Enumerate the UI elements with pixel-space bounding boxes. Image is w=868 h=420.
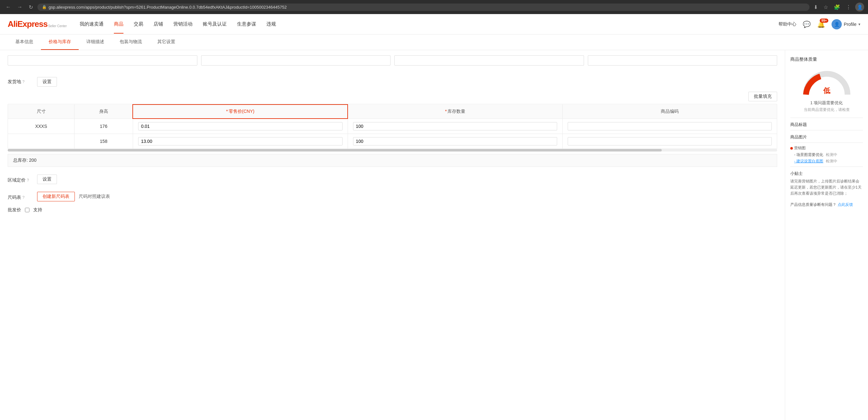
- required-star-price: *: [226, 109, 228, 114]
- scene-image-item: - 场景图需要优化 检测中: [794, 152, 863, 158]
- price-input-1[interactable]: [138, 122, 343, 130]
- table-header-row: 尺寸 身高 *零售价(CNY) *库存数量 商品编码: [8, 104, 777, 119]
- browser-chrome: ← → ↻ 🔒 gsp.aliexpress.com/apps/product/…: [0, 0, 868, 14]
- forward-button[interactable]: →: [16, 3, 24, 10]
- cell-stock-1: [348, 119, 563, 134]
- download-icon[interactable]: ⬇: [812, 3, 819, 11]
- star-icon[interactable]: ☆: [822, 3, 830, 11]
- logo-text: AliExpress: [8, 19, 47, 29]
- region-pricing-set-button[interactable]: 设置: [37, 174, 57, 184]
- lock-icon: 🔒: [42, 5, 47, 9]
- batch-fill-button[interactable]: 批量填充: [748, 92, 777, 101]
- batch-fill-area: 批量填充: [0, 92, 785, 101]
- total-stock-row: 总库存: 200: [8, 154, 777, 167]
- marketing-image-item: 营销图: [790, 146, 863, 151]
- region-pricing-row: 区域定价 ? 设置: [0, 169, 785, 189]
- nav-item-analytics[interactable]: 生意参谋: [237, 15, 256, 34]
- nav-item-trade[interactable]: 交易: [134, 15, 143, 34]
- divider-1: [790, 118, 863, 118]
- tips-text: 请完善营销图片，上传图片后诊断结果会延迟更新，若您已更新图片，请在至少1天后再次…: [790, 179, 863, 197]
- tab-other-settings[interactable]: 其它设置: [150, 34, 183, 50]
- cell-price-2: [133, 134, 348, 149]
- divider-4: [790, 166, 863, 167]
- white-bg-item: - 建议设置白底图 检测中: [794, 159, 863, 164]
- logo-sub: Seller Center: [48, 24, 66, 28]
- stock-input-2[interactable]: [353, 137, 557, 146]
- size-chart-row: 尺码表 ? 创建新尺码表 尺码对照建议表: [0, 189, 785, 204]
- size-ref-link[interactable]: 尺码对照建议表: [79, 194, 110, 199]
- nav-item-product[interactable]: 商品: [114, 15, 123, 34]
- required-star-stock: *: [445, 109, 446, 114]
- price-stock-table: 尺寸 身高 *零售价(CNY) *库存数量 商品编码 XXXS: [8, 104, 777, 149]
- quality-status: 1 项问题需要优化: [790, 100, 863, 106]
- chat-icon[interactable]: 💬: [803, 21, 811, 28]
- main-content: 发货地 ? 设置 批量填充 尺寸 身高 *零售价(CNY): [0, 50, 868, 420]
- wholesale-label: 批发价: [8, 207, 21, 213]
- browser-actions: ⬇ ☆ 🧩 ⋮ 👤: [812, 3, 864, 11]
- top-input-4[interactable]: [588, 55, 777, 66]
- cell-size-2: [8, 134, 74, 149]
- table-scrollbar[interactable]: [8, 149, 777, 152]
- help-center-btn[interactable]: 帮助中心: [778, 22, 796, 27]
- nav-item-quick[interactable]: 我的速卖通: [80, 15, 104, 34]
- gauge-label: 低: [823, 86, 830, 96]
- quality-hint: 当前商品需要优化，请检查: [790, 107, 863, 112]
- tab-packaging[interactable]: 包装与物流: [112, 34, 150, 50]
- tab-basic-info[interactable]: 基本信息: [8, 34, 41, 50]
- size-chart-help-icon[interactable]: ?: [22, 195, 25, 200]
- feedback-row: 产品信息质量诊断有问题？ 点此反馈: [790, 202, 863, 207]
- cell-height-1: 176: [74, 119, 133, 134]
- address-bar[interactable]: 🔒 gsp.aliexpress.com/apps/product/publis…: [37, 3, 809, 11]
- col-sku: 商品编码: [563, 104, 777, 119]
- notification-btn[interactable]: 🔔 99+: [817, 21, 825, 28]
- tips-title: 小贴士: [790, 171, 863, 176]
- stock-input-1[interactable]: [353, 122, 557, 130]
- more-icon[interactable]: ⋮: [844, 3, 852, 11]
- feedback-link[interactable]: 点此反馈: [838, 202, 853, 207]
- cell-size-1: XXXS: [8, 119, 74, 134]
- shipping-set-button[interactable]: 设置: [37, 77, 57, 87]
- table-row: XXXS 176: [8, 119, 777, 134]
- wholesale-support-label: 支持: [33, 207, 42, 213]
- top-inputs-row: [0, 50, 785, 66]
- nav-item-marketing[interactable]: 营销活动: [173, 15, 192, 34]
- top-nav: AliExpress Seller Center 我的速卖通 商品 交易 店铺 …: [0, 14, 868, 34]
- back-button[interactable]: ←: [4, 3, 13, 10]
- profile-nav[interactable]: 👤 Profile ▾: [832, 19, 860, 29]
- avatar: 👤: [832, 19, 842, 29]
- wholesale-checkbox[interactable]: [25, 208, 29, 212]
- gauge-wrapper: 低: [801, 67, 852, 96]
- shipping-help-icon[interactable]: ?: [22, 79, 25, 84]
- browser-profile[interactable]: 👤: [855, 3, 864, 11]
- cell-sku-1: [563, 119, 777, 134]
- top-input-3[interactable]: [394, 55, 584, 66]
- create-size-button[interactable]: 创建新尺码表: [37, 192, 75, 201]
- reload-button[interactable]: ↻: [27, 3, 35, 11]
- nav-right: 帮助中心 💬 🔔 99+ 👤 Profile ▾: [778, 19, 860, 29]
- col-stock: *库存数量: [348, 104, 563, 119]
- sku-input-2[interactable]: [568, 137, 772, 146]
- sidebar-panel: 商品整体质量 低 1 项问题需要优化 当前商品需要优化，请检查 商品标题 商品图…: [785, 50, 868, 420]
- white-bg-link[interactable]: - 建议设置白底图: [794, 159, 823, 163]
- price-input-2[interactable]: [138, 137, 343, 146]
- cell-height-2: 158: [74, 134, 133, 149]
- tab-price-stock[interactable]: 价格与库存: [41, 34, 79, 50]
- dot-red-icon: [790, 147, 793, 150]
- nav-item-violation[interactable]: 违规: [267, 15, 276, 34]
- extensions-icon[interactable]: 🧩: [832, 3, 842, 11]
- top-input-1[interactable]: [8, 55, 197, 66]
- size-chart-label: 尺码表 ?: [8, 193, 33, 200]
- tab-detail-desc[interactable]: 详细描述: [79, 34, 112, 50]
- price-stock-table-wrapper: 尺寸 身高 *零售价(CNY) *库存数量 商品编码 XXXS: [8, 104, 777, 149]
- profile-label: Profile: [844, 22, 857, 27]
- nav-item-store[interactable]: 店铺: [154, 15, 163, 34]
- sku-input-1[interactable]: [568, 122, 772, 130]
- top-input-2[interactable]: [201, 55, 391, 66]
- cell-sku-2: [563, 134, 777, 149]
- region-pricing-help-icon[interactable]: ?: [27, 178, 29, 183]
- shipping-origin-row: 发货地 ? 设置: [0, 72, 785, 92]
- nav-item-account[interactable]: 账号及认证: [203, 15, 227, 34]
- region-pricing-label: 区域定价 ?: [8, 175, 33, 183]
- divider-2: [790, 130, 863, 130]
- total-stock-label: 总库存:: [13, 158, 28, 163]
